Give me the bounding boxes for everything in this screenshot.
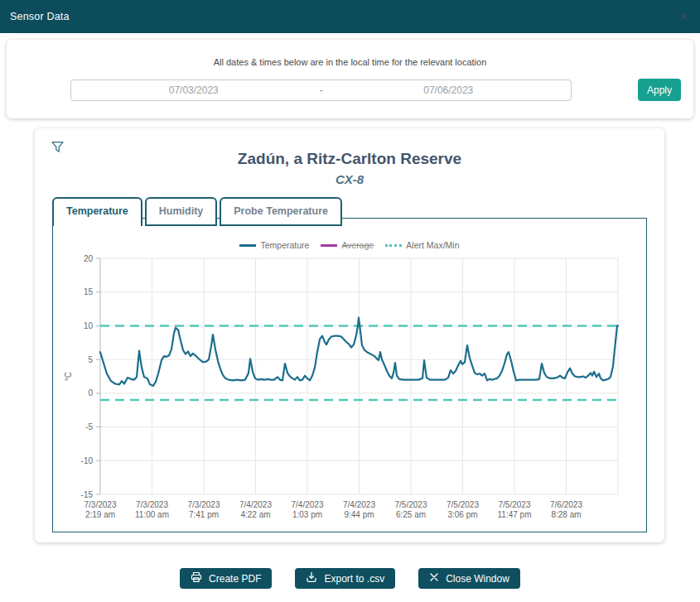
y-tick-label: 15 — [84, 287, 94, 296]
chart-legend: TemperatureAverageAlert Max/Min — [53, 240, 646, 250]
y-tick-label: 5 — [88, 355, 93, 364]
legend-item-average[interactable]: Average — [321, 240, 374, 250]
x-tick-time: 3:06 pm — [447, 510, 477, 519]
x-tick-time: 11:47 pm — [498, 510, 532, 519]
legend-label: Alert Max/Min — [406, 240, 459, 250]
x-tick-date: 7/3/2023 — [136, 500, 168, 509]
legend-swatch — [239, 244, 256, 247]
create-pdf-button[interactable]: Create PDF — [180, 568, 272, 589]
y-tick-label: -10 — [81, 456, 94, 465]
legend-item-temperature[interactable]: Temperature — [239, 240, 309, 250]
x-tick-time: 7:41 pm — [189, 510, 219, 519]
x-tick-time: 2:19 am — [85, 510, 115, 519]
x-tick-date: 7/5/2023 — [447, 500, 479, 509]
close-icon — [429, 572, 439, 585]
window-title: Sensor Data — [10, 11, 70, 22]
x-tick-date: 7/3/2023 — [188, 500, 220, 509]
x-tick-date: 7/4/2023 — [292, 500, 324, 509]
export-csv-label: Export to .csv — [324, 573, 384, 585]
start-date-input[interactable] — [71, 84, 316, 97]
date-range-separator: - — [316, 84, 326, 96]
x-tick-time: 11:00 am — [135, 510, 169, 519]
x-tick-date: 7/4/2023 — [239, 500, 272, 509]
x-tick-time: 8:28 am — [551, 510, 581, 519]
x-tick-time: 1:03 pm — [292, 510, 322, 519]
legend-label: Average — [341, 240, 374, 250]
x-tick-time: 4:22 am — [240, 510, 270, 519]
chart-panel: TemperatureAverageAlert Max/Min 20151050… — [52, 218, 647, 532]
legend-swatch — [321, 244, 337, 247]
y-axis-label: °C — [64, 372, 73, 381]
timezone-note: All dates & times below are in the local… — [7, 40, 693, 67]
legend-label: Temperature — [260, 240, 309, 250]
printer-icon — [191, 571, 202, 585]
y-tick-label: 20 — [84, 254, 94, 263]
tab-temperature[interactable]: Temperature — [52, 197, 142, 226]
date-range-input-group: - — [70, 79, 572, 101]
x-tick-date: 7/5/2023 — [499, 500, 531, 509]
download-icon — [306, 571, 317, 585]
y-tick-label: 10 — [84, 321, 94, 330]
x-tick-date: 7/6/2023 — [550, 500, 582, 509]
close-window-label: Close Window — [446, 573, 509, 585]
legend-swatch — [385, 244, 402, 247]
x-tick-date: 7/4/2023 — [343, 500, 375, 509]
end-date-input[interactable] — [326, 84, 572, 97]
filter-icon[interactable] — [51, 141, 64, 157]
export-csv-button[interactable]: Export to .csv — [295, 568, 395, 589]
legend-item-alert-max-min[interactable]: Alert Max/Min — [385, 240, 459, 250]
apply-button[interactable]: Apply — [638, 79, 681, 101]
tab-probe-temperature[interactable]: Probe Temperature — [220, 197, 342, 226]
temperature-chart: 20151050-5-10-157/3/20232:19 am7/3/20231… — [53, 252, 644, 530]
close-window-button[interactable]: Close Window — [418, 568, 520, 589]
x-tick-time: 6:25 am — [396, 510, 426, 519]
x-tick-date: 7/3/2023 — [84, 500, 117, 509]
window-titlebar: Sensor Data × — [0, 0, 700, 33]
date-filter-card: All dates & times below are in the local… — [7, 40, 693, 118]
close-icon[interactable]: × — [677, 9, 690, 24]
sensor-report-card: Zadún, a Ritz-Carlton Reserve CX-8 Tempe… — [35, 128, 664, 542]
footer-actions: Create PDF Export to .csv Close Window — [0, 568, 700, 589]
y-tick-label: 0 — [88, 388, 93, 397]
x-tick-date: 7/5/2023 — [395, 500, 427, 509]
location-title: Zadún, a Ritz-Carlton Reserve — [35, 150, 664, 168]
tab-humidity[interactable]: Humidity — [145, 197, 217, 226]
x-tick-time: 9:44 pm — [344, 510, 374, 519]
device-subtitle: CX-8 — [35, 172, 664, 186]
y-tick-label: -5 — [85, 422, 93, 431]
chart-tabs: Temperature Humidity Probe Temperature — [52, 197, 664, 226]
create-pdf-label: Create PDF — [209, 573, 261, 585]
y-tick-label: -15 — [81, 490, 94, 499]
